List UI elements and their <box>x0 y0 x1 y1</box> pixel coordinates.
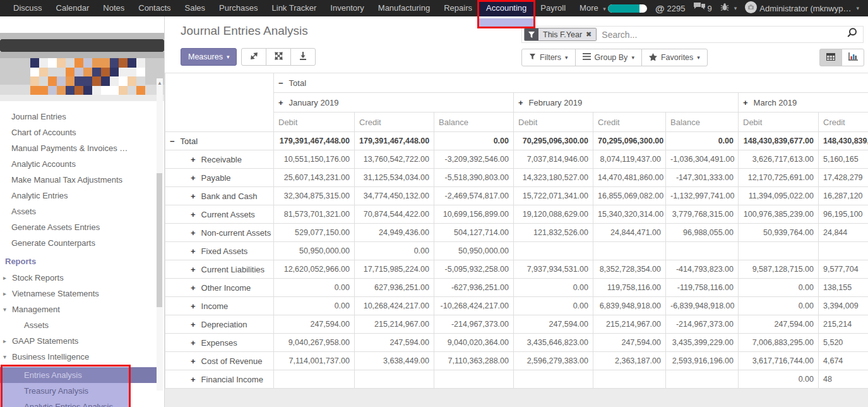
user-menu-button[interactable]: Administrator (mknwyp… ▾ <box>745 1 859 16</box>
scroll-up-icon[interactable]: ▲ <box>157 80 162 86</box>
chevron-right-icon[interactable]: ▸ <box>3 270 6 286</box>
expand-icon[interactable]: + <box>743 98 748 107</box>
nav-item-calendar[interactable]: Calendar <box>49 0 97 16</box>
expand-icon[interactable]: + <box>191 228 196 238</box>
sidebar-scrollbar-thumb[interactable] <box>157 173 162 307</box>
nav-item-accounting[interactable]: Accounting <box>479 0 533 16</box>
pivot-measure-header[interactable]: Credit <box>593 112 666 132</box>
pivot-row-receivable[interactable]: +Receivable <box>165 150 274 169</box>
nav-item-repairs[interactable]: Repairs <box>437 0 479 16</box>
chevron-right-icon[interactable]: ▸ <box>3 286 6 301</box>
nav-item-sales[interactable]: Sales <box>178 0 213 16</box>
groupby-button[interactable]: Group By ▾ <box>575 49 642 66</box>
pivot-row-current-assets[interactable]: +Current Assets <box>165 205 274 224</box>
flip-axis-button[interactable] <box>266 48 291 66</box>
search-facet[interactable]: This F.Year ✖ <box>524 28 597 41</box>
debug-menu-button[interactable]: ▾ <box>720 3 737 14</box>
nav-item-inventory[interactable]: Inventory <box>323 0 371 16</box>
sidebar-item-gaap-statements[interactable]: ▸GAAP Statements <box>0 333 164 349</box>
pivot-measure-header[interactable]: Credit <box>819 112 868 132</box>
expand-icon[interactable]: + <box>191 173 196 183</box>
pivot-row-current-liabilities[interactable]: +Current Liabilities <box>165 260 274 279</box>
sidebar-item-generate-counterparts[interactable]: Generate Counterparts <box>0 235 164 251</box>
expand-all-button[interactable] <box>241 48 266 66</box>
pivot-measure-header[interactable]: Balance <box>434 112 514 132</box>
pivot-row-expenses[interactable]: +Expenses <box>165 334 274 352</box>
pivot-row-bank-and-cash[interactable]: +Bank and Cash <box>165 187 274 205</box>
messages-button[interactable]: 9 <box>694 3 712 14</box>
search-icon[interactable] <box>846 27 858 42</box>
sidebar-item-assets[interactable]: Assets <box>0 204 164 219</box>
sidebar-item-journal-entries[interactable]: Journal Entries <box>0 109 164 125</box>
pivot-measure-header[interactable]: Credit <box>355 112 434 132</box>
expand-icon[interactable]: + <box>191 356 196 366</box>
pivot-col-month-3[interactable]: +March 2019 <box>739 93 868 112</box>
search-input[interactable] <box>597 30 846 40</box>
pivot-measure-header[interactable]: Debit <box>274 112 355 132</box>
pivot-col-total[interactable]: −Total <box>274 73 868 93</box>
pivot-row-total[interactable]: −Total <box>165 132 274 150</box>
expand-icon[interactable]: + <box>191 210 196 219</box>
pivot-view-button[interactable] <box>819 49 842 66</box>
pivot-row-payable[interactable]: +Payable <box>165 169 274 187</box>
expand-icon[interactable]: + <box>518 98 523 107</box>
pivot-measure-header[interactable]: Balance <box>666 112 739 132</box>
collapse-icon[interactable]: − <box>278 78 283 88</box>
nav-item-link-tracker[interactable]: Link Tracker <box>265 0 324 16</box>
sidebar-item-management[interactable]: ▾Management <box>0 301 164 317</box>
chevron-down-icon[interactable]: ▾ <box>3 349 6 365</box>
nav-item-contacts[interactable]: Contacts <box>131 0 177 16</box>
pivot-row-non-current-assets[interactable]: +Non-current Assets <box>165 224 274 242</box>
filters-button[interactable]: Filters ▾ <box>521 49 576 66</box>
expand-icon[interactable]: + <box>191 320 196 329</box>
sidebar-item-analytic-entries-analysis[interactable]: Analytic Entries Analysis <box>0 399 164 407</box>
chevron-down-icon[interactable]: ▾ <box>3 301 6 317</box>
favorites-button[interactable]: Favorites ▾ <box>641 49 708 66</box>
pivot-col-month-1[interactable]: +January 2019 <box>274 93 514 112</box>
sidebar-item-generate-assets-entries[interactable]: Generate Assets Entries <box>0 219 164 235</box>
pivot-measure-header[interactable]: Debit <box>514 112 593 132</box>
sidebar-item-stock-reports[interactable]: ▸Stock Reports <box>0 270 164 286</box>
pivot-col-month-2[interactable]: +February 2019 <box>514 93 739 112</box>
pivot-row-cost-of-revenue[interactable]: +Cost of Revenue <box>165 352 274 370</box>
timer-widget[interactable] <box>608 4 647 13</box>
pivot-row-other-income[interactable]: +Other Income <box>165 279 274 297</box>
pivot-measure-header[interactable]: Debit <box>739 112 819 132</box>
expand-icon[interactable]: + <box>191 375 196 384</box>
expand-icon[interactable]: + <box>191 246 196 256</box>
expand-icon[interactable]: + <box>191 338 196 348</box>
expand-icon[interactable]: + <box>278 98 283 107</box>
download-button[interactable] <box>290 48 316 66</box>
sidebar-item-chart-of-accounts[interactable]: Chart of Accounts <box>0 125 164 140</box>
mentions-button[interactable]: @ 2295 <box>655 3 686 14</box>
nav-item-payroll[interactable]: Payroll <box>533 0 573 16</box>
remove-facet-icon[interactable]: ✖ <box>586 30 592 39</box>
pivot-row-financial-income[interactable]: +Financial Income <box>165 370 274 389</box>
sidebar-item-treasury-analysis[interactable]: Treasury Analysis <box>0 383 164 399</box>
sidebar-item-business-intelligence[interactable]: ▾Business Intelligence <box>0 349 164 365</box>
chevron-right-icon[interactable]: ▸ <box>3 333 6 349</box>
expand-icon[interactable]: + <box>191 301 196 311</box>
sidebar-item-analytic-entries[interactable]: Analytic Entries <box>0 188 164 204</box>
sidebar-item-assets[interactable]: Assets <box>0 317 164 333</box>
pivot-row-income[interactable]: +Income <box>165 297 274 315</box>
nav-item-purchases[interactable]: Purchases <box>212 0 265 16</box>
sidebar-item-make-manual-tax-adjustments[interactable]: Make Manual Tax Adjustments <box>0 172 164 188</box>
nav-item-manufacturing[interactable]: Manufacturing <box>371 0 437 16</box>
nav-item-more[interactable]: More ▾ <box>573 0 613 16</box>
measures-button[interactable]: Measures ▾ <box>181 48 237 66</box>
sidebar-item-entries-analysis[interactable]: Entries Analysis <box>0 367 157 383</box>
expand-icon[interactable]: + <box>191 191 196 201</box>
expand-icon[interactable]: + <box>191 283 196 293</box>
sidebar-item-vietnamese-statements[interactable]: ▸Vietnamese Statements <box>0 286 164 301</box>
nav-item-notes[interactable]: Notes <box>96 0 131 16</box>
sidebar-item-manual-payments-invoices-[interactable]: Manual Payments & Invoices … <box>0 140 164 156</box>
expand-icon[interactable]: + <box>191 155 196 164</box>
nav-item-discuss[interactable]: Discuss <box>6 0 49 16</box>
graph-view-button[interactable] <box>841 49 864 66</box>
collapse-icon[interactable]: − <box>170 137 175 146</box>
pivot-row-depreciation[interactable]: +Depreciation <box>165 315 274 334</box>
sidebar-item-analytic-accounts[interactable]: Analytic Accounts <box>0 156 164 172</box>
pivot-row-fixed-assets[interactable]: +Fixed Assets <box>165 242 274 260</box>
expand-icon[interactable]: + <box>191 265 196 274</box>
